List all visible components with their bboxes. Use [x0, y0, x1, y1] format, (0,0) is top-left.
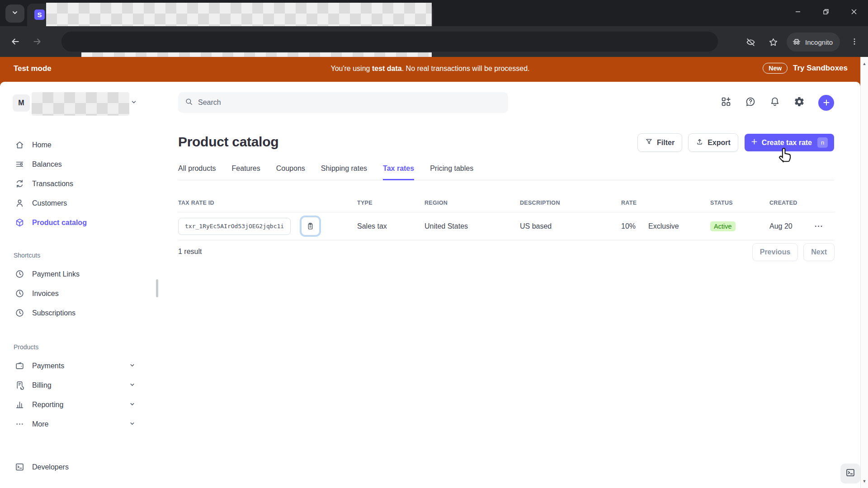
- notifications-bell-icon[interactable]: [769, 96, 780, 109]
- sidebar-item-product-catalog[interactable]: Product catalog: [0, 213, 152, 232]
- bar-chart-icon: [14, 400, 24, 410]
- account-avatar: M: [13, 94, 30, 112]
- sidebar-item-customers[interactable]: Customers: [0, 193, 152, 213]
- new-badge: New: [763, 63, 788, 74]
- minimize-button[interactable]: [784, 0, 812, 25]
- browser-menu-icon[interactable]: [845, 33, 863, 51]
- app-content: M Home Balances Transactions Cu: [0, 82, 860, 488]
- col-type: TYPE: [357, 200, 425, 206]
- sidebar: M Home Balances Transactions Cu: [0, 82, 152, 488]
- cell-type: Sales tax: [357, 222, 425, 230]
- cell-status: Active: [710, 221, 769, 231]
- settings-gear-icon[interactable]: [794, 96, 805, 109]
- chevron-down-icon[interactable]: [129, 401, 135, 409]
- copy-id-button[interactable]: [301, 217, 320, 235]
- restore-button[interactable]: [812, 0, 840, 25]
- tab-all-products[interactable]: All products: [178, 164, 216, 180]
- cell-region: United States: [425, 222, 520, 230]
- sidebar-item-billing[interactable]: Billing: [0, 375, 152, 395]
- redacted-tab-title: [46, 3, 432, 26]
- filter-button[interactable]: Filter: [638, 134, 682, 151]
- row-overflow-menu[interactable]: ···: [815, 222, 835, 230]
- apps-grid-icon[interactable]: [721, 96, 731, 109]
- incognito-label: Incognito: [805, 38, 833, 46]
- address-bar[interactable]: [61, 32, 718, 52]
- sidebar-item-balances[interactable]: Balances: [0, 155, 152, 174]
- home-icon: [14, 140, 24, 150]
- bookmark-star-icon[interactable]: [764, 33, 782, 51]
- stripe-favicon: S: [34, 9, 45, 20]
- tax-rate-id-chip[interactable]: txr_1RyEc5AIrOd53jOEG2jqbc1i: [178, 218, 291, 235]
- help-icon[interactable]: [745, 96, 756, 109]
- result-count: 1 result: [178, 248, 202, 256]
- col-rate: RATE: [621, 200, 710, 206]
- col-region: REGION: [425, 200, 520, 206]
- terminal-icon: [14, 462, 24, 472]
- close-button[interactable]: [840, 0, 868, 25]
- col-description: DESCRIPTION: [520, 200, 621, 206]
- ellipsis-icon: [14, 419, 24, 429]
- tab-search-button[interactable]: [5, 5, 24, 23]
- search-input[interactable]: Search: [178, 92, 508, 113]
- preview-eye-off-icon[interactable]: [741, 33, 760, 51]
- sidebar-item-invoices[interactable]: Invoices: [0, 284, 152, 303]
- window-controls: [784, 0, 868, 25]
- cell-description: US based: [520, 222, 621, 230]
- sidebar-item-home[interactable]: Home: [0, 135, 152, 155]
- forward-button[interactable]: [28, 33, 46, 51]
- incognito-icon: [792, 37, 801, 47]
- customers-icon: [14, 198, 24, 208]
- product-catalog-icon: [14, 218, 24, 228]
- sidebar-item-reporting[interactable]: Reporting: [0, 395, 152, 414]
- sidebar-item-more[interactable]: More: [0, 414, 152, 434]
- wallet-icon: [14, 361, 24, 371]
- try-sandboxes-link[interactable]: Try Sandboxes: [793, 64, 848, 73]
- plus-icon: [751, 138, 758, 147]
- scroll-up-icon[interactable]: ▲: [861, 61, 868, 66]
- tab-coupons[interactable]: Coupons: [276, 164, 305, 180]
- page-scrollbar[interactable]: ▲ ▼: [860, 57, 868, 488]
- section-label-products: Products: [14, 343, 38, 351]
- search-placeholder: Search: [198, 99, 221, 107]
- minimize-icon: [795, 9, 801, 17]
- billing-icon: [14, 380, 24, 390]
- col-created: CREATED: [769, 200, 815, 206]
- chevron-down-icon[interactable]: [129, 362, 135, 370]
- page-title: Product catalog: [178, 134, 278, 150]
- scroll-down-icon[interactable]: ▼: [861, 479, 868, 483]
- terminal-icon: [845, 468, 855, 479]
- sidebar-item-subscriptions[interactable]: Subscriptions: [0, 303, 152, 323]
- sidebar-item-developers[interactable]: Developers: [0, 457, 152, 477]
- main-panel: Search Product catalog Filter Export: [178, 82, 834, 488]
- incognito-badge: Incognito: [787, 33, 840, 52]
- table-header: TAX RATE ID TYPE REGION DESCRIPTION RATE…: [178, 196, 834, 210]
- create-plus-button[interactable]: [818, 95, 834, 111]
- sidebar-item-payments[interactable]: Payments: [0, 356, 152, 375]
- section-label-shortcuts: Shortcuts: [14, 252, 40, 259]
- next-button[interactable]: Next: [804, 244, 834, 261]
- cell-created: Aug 20: [769, 222, 815, 230]
- developer-console-button[interactable]: [840, 464, 860, 483]
- sidebar-scrollbar-thumb[interactable]: [156, 279, 158, 297]
- export-icon: [696, 138, 703, 147]
- test-mode-message: You're using test data. No real transact…: [0, 65, 860, 73]
- screen: S Incognito Test mode You're using test …: [0, 0, 868, 488]
- export-button[interactable]: Export: [689, 134, 738, 151]
- create-tax-rate-button[interactable]: Create tax rate n: [745, 134, 834, 151]
- tab-shipping-rates[interactable]: Shipping rates: [321, 164, 367, 180]
- balances-icon: [14, 160, 24, 169]
- clock-icon: [14, 308, 24, 318]
- table-row[interactable]: txr_1RyEc5AIrOd53jOEG2jqbc1i Sales tax U…: [178, 212, 834, 240]
- tab-tax-rates[interactable]: Tax rates: [383, 164, 414, 180]
- chevron-down-icon[interactable]: [129, 381, 135, 389]
- col-tax-rate-id: TAX RATE ID: [178, 200, 357, 206]
- account-chevron-down-icon[interactable]: [131, 99, 137, 107]
- back-button[interactable]: [6, 33, 24, 51]
- tab-pricing-tables[interactable]: Pricing tables: [430, 164, 473, 180]
- chevron-down-icon[interactable]: [129, 420, 135, 428]
- status-badge: Active: [710, 221, 736, 231]
- previous-button[interactable]: Previous: [753, 244, 798, 261]
- sidebar-item-transactions[interactable]: Transactions: [0, 174, 152, 193]
- tab-features[interactable]: Features: [232, 164, 260, 180]
- sidebar-item-payment-links[interactable]: Payment Links: [0, 264, 152, 284]
